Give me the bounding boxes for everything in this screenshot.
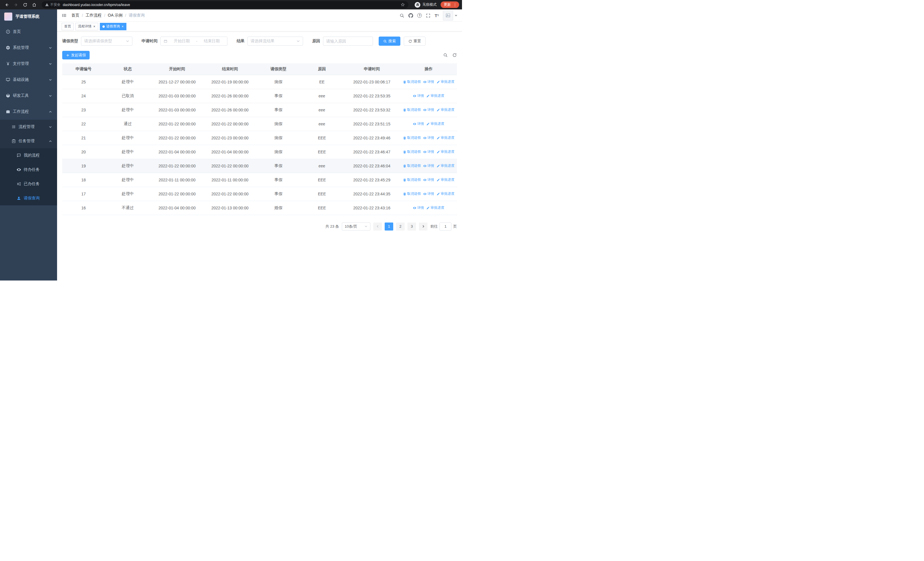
sidebar-item-devtools[interactable]: 研发工具 xyxy=(0,88,57,104)
leave-type-select[interactable]: 请选择请假类型 xyxy=(81,36,132,46)
sidebar-item-infra[interactable]: 基础设施 xyxy=(0,72,57,88)
action-cancel[interactable]: 取消请假 xyxy=(403,80,421,84)
user-menu[interactable] xyxy=(443,10,458,21)
help-icon[interactable]: ? xyxy=(417,13,422,18)
cell-leave_type: 事假 xyxy=(256,103,300,117)
tags-view: 首页 流程详情 × 请假查询 × xyxy=(57,22,462,32)
action-cancel[interactable]: 取消请假 xyxy=(403,163,421,168)
prev-page-button[interactable] xyxy=(373,223,382,230)
action-progress[interactable]: 审批进度 xyxy=(436,107,454,112)
breadcrumb-item[interactable]: 首页 xyxy=(71,13,80,18)
action-progress[interactable]: 审批进度 xyxy=(436,163,454,168)
forward-icon[interactable] xyxy=(12,1,20,9)
sidebar-item-process-mgmt[interactable]: 流程管理 xyxy=(0,120,57,134)
logo-avatar xyxy=(4,12,12,21)
action-detail[interactable]: 详情 xyxy=(423,177,434,182)
cell-id: 20 xyxy=(62,145,105,159)
action-cancel[interactable]: 取消请假 xyxy=(403,191,421,196)
action-progress[interactable]: 审批进度 xyxy=(436,149,454,154)
reload-icon[interactable] xyxy=(21,1,29,9)
search-button[interactable]: 搜索 xyxy=(379,36,400,46)
reason-input[interactable] xyxy=(323,36,373,46)
action-progress[interactable]: 审批进度 xyxy=(426,93,444,98)
url-bar[interactable]: 不安全 dashboard.yudao.iocoder.cn/bpm/oa/le… xyxy=(42,1,408,8)
bookmark-star-icon[interactable] xyxy=(400,3,405,7)
action-cancel[interactable]: 取消请假 xyxy=(403,107,421,112)
cell-actions: 取消请假详情审批进度 xyxy=(400,159,457,173)
sidebar-item-done-tasks[interactable]: 已办任务 xyxy=(0,177,57,191)
sidebar-item-task-mgmt[interactable]: 任务管理 xyxy=(0,134,57,148)
action-detail[interactable]: 详情 xyxy=(413,122,424,126)
home-icon[interactable] xyxy=(30,1,38,9)
tab-leave-query[interactable]: 请假查询 × xyxy=(100,23,126,30)
not-secure-warning[interactable]: 不安全 xyxy=(45,2,60,7)
apply-time-range-picker[interactable]: 开始日期 - 结束日期 xyxy=(160,36,227,46)
action-progress[interactable]: 审批进度 xyxy=(436,80,454,84)
fullscreen-icon[interactable] xyxy=(426,13,430,18)
refresh-table-icon[interactable] xyxy=(452,53,457,57)
toggle-search-icon[interactable] xyxy=(443,53,448,57)
cell-actions: 取消请假详情审批进度 xyxy=(400,75,457,89)
hamburger-icon[interactable] xyxy=(62,13,67,18)
create-leave-button[interactable]: 发起请假 xyxy=(62,51,90,59)
action-progress[interactable]: 审批进度 xyxy=(426,122,444,126)
tab-home[interactable]: 首页 xyxy=(62,23,74,30)
action-detail[interactable]: 详情 xyxy=(423,191,434,196)
sidebar-item-todo-tasks[interactable]: 待办任务 xyxy=(0,162,57,177)
action-detail[interactable]: 详情 xyxy=(423,107,434,112)
action-detail[interactable]: 详情 xyxy=(413,93,424,98)
action-progress[interactable]: 审批进度 xyxy=(436,177,454,182)
action-detail[interactable]: 详情 xyxy=(423,80,434,84)
breadcrumb-item[interactable]: OA 示例 xyxy=(108,13,122,18)
cell-status: 处理中 xyxy=(105,159,150,173)
sidebar-item-workflow[interactable]: 工作流程 xyxy=(0,104,57,120)
date-start-placeholder[interactable]: 开始日期 xyxy=(169,39,194,44)
action-detail[interactable]: 详情 xyxy=(413,205,424,210)
action-progress[interactable]: 审批进度 xyxy=(426,205,444,210)
page-button-3[interactable]: 3 xyxy=(408,223,416,230)
sidebar-item-home[interactable]: 首页 xyxy=(0,24,57,40)
page-button-2[interactable]: 2 xyxy=(396,223,405,230)
eye-icon xyxy=(16,167,21,172)
page-button-1[interactable]: 1 xyxy=(385,223,393,230)
next-page-button[interactable] xyxy=(419,223,428,230)
sidebar-item-payment[interactable]: 支付管理 xyxy=(0,56,57,72)
tab-process-detail[interactable]: 流程详情 × xyxy=(75,23,98,30)
cell-leave_type: 事假 xyxy=(256,89,300,103)
goto-page-input[interactable] xyxy=(440,223,452,230)
sidebar-menu: 首页 系统管理 支付管理 基础设施 研发工具 xyxy=(0,24,57,205)
reset-button[interactable]: 重置 xyxy=(404,36,426,46)
date-end-placeholder[interactable]: 结束日期 xyxy=(199,39,224,44)
action-detail[interactable]: 详情 xyxy=(423,149,434,154)
breadcrumb-item[interactable]: 工作流程 xyxy=(86,13,102,18)
search-icon[interactable] xyxy=(399,13,404,18)
cell-end_time: 2022-01-11 00:00:00 xyxy=(204,173,256,187)
font-size-icon[interactable]: TT xyxy=(435,14,439,18)
edit-icon xyxy=(426,122,430,126)
sidebar-item-system[interactable]: 系统管理 xyxy=(0,40,57,56)
github-icon[interactable] xyxy=(408,13,413,18)
back-icon[interactable] xyxy=(3,1,11,9)
action-progress[interactable]: 审批进度 xyxy=(436,135,454,140)
action-cancel[interactable]: 取消请假 xyxy=(403,135,421,140)
browser-menu-icon[interactable]: ⋮ xyxy=(453,3,458,7)
edit-icon xyxy=(436,164,440,168)
cell-status: 已取消 xyxy=(105,89,150,103)
col-id: 申请编号 xyxy=(62,63,105,75)
page-size-select[interactable]: 10条/页 xyxy=(342,223,370,230)
update-chip[interactable]: 更新 ⋮ xyxy=(441,2,459,8)
action-detail[interactable]: 详情 xyxy=(423,135,434,140)
action-detail[interactable]: 详情 xyxy=(423,163,434,168)
cell-apply_time: 2022-01-22 23:45:29 xyxy=(343,173,400,187)
action-cancel[interactable]: 取消请假 xyxy=(403,177,421,182)
action-cancel[interactable]: 取消请假 xyxy=(403,149,421,154)
url-text[interactable]: dashboard.yudao.iocoder.cn/bpm/oa/leave xyxy=(63,3,130,7)
sidebar-item-my-process[interactable]: 我的流程 xyxy=(0,148,57,162)
result-select[interactable]: 请选择流结果 xyxy=(248,36,303,46)
close-icon[interactable]: × xyxy=(93,25,96,28)
chevron-down-icon xyxy=(297,39,300,43)
action-progress[interactable]: 审批进度 xyxy=(436,191,454,196)
close-icon[interactable]: × xyxy=(121,25,124,28)
logo[interactable]: 芋道管理系统 xyxy=(0,9,57,24)
sidebar-item-leave-query[interactable]: 请假查询 xyxy=(0,191,57,205)
